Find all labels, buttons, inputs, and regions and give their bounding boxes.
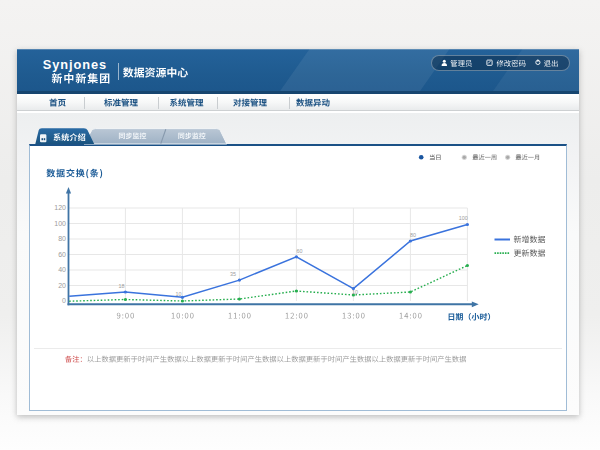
svg-text:80: 80 [410,232,416,238]
svg-text:120: 120 [54,204,66,211]
svg-text:0: 0 [62,297,66,304]
svg-text:80: 80 [58,235,66,242]
svg-text:35: 35 [230,271,236,277]
svg-text:20: 20 [58,282,66,289]
svg-text:18: 18 [119,283,125,289]
svg-text:40: 40 [58,266,66,273]
svg-text:60: 60 [297,248,303,254]
svg-text:10: 10 [352,289,358,295]
svg-text:100: 100 [54,220,66,227]
svg-text:100: 100 [459,215,468,221]
svg-text:60: 60 [58,251,66,258]
svg-text:10: 10 [176,291,182,297]
svg-text:Synjones: Synjones [43,57,108,72]
